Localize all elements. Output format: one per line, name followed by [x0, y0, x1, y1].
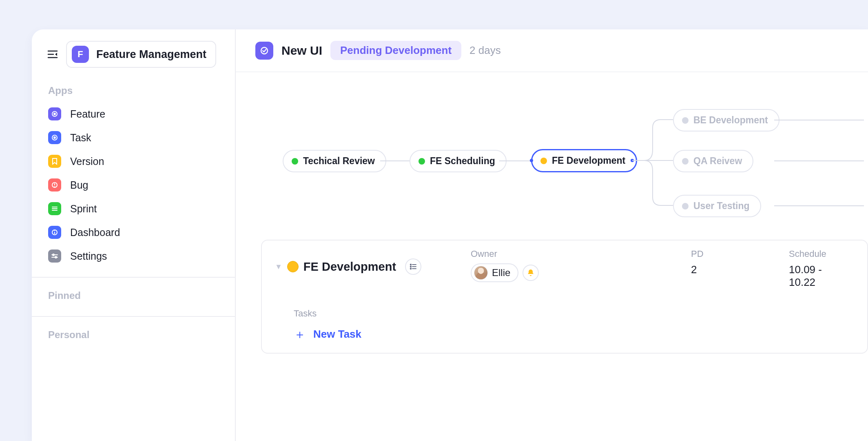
sidebar-item-label: Task	[70, 132, 91, 144]
detail-title-cell: ▼ FE Development	[275, 249, 467, 275]
sidebar-section-pinned: Pinned	[32, 290, 235, 301]
sidebar-item-settings[interactable]: Settings	[48, 244, 235, 268]
bell-icon	[527, 269, 535, 277]
flow-node-technical-review[interactable]: Techical Review	[283, 150, 386, 172]
workspace-icon: F	[72, 46, 89, 63]
sidebar-item-label: Feature	[70, 108, 105, 120]
flow-node-label: Techical Review	[303, 156, 375, 167]
status-badge[interactable]: Pending Development	[330, 41, 461, 60]
flow-node-label: QA Reivew	[693, 156, 742, 167]
status-dot-icon	[418, 158, 425, 165]
flow-node-fe-development[interactable]: FE Development	[531, 149, 637, 172]
port-in	[530, 159, 533, 162]
sidebar: F Feature Management Apps Feature Task	[32, 29, 236, 441]
new-task-label: New Task	[313, 328, 361, 341]
dashboard-icon	[48, 226, 61, 239]
status-dot-icon	[292, 158, 298, 165]
owner-label: Owner	[471, 249, 687, 259]
workspace-selector[interactable]: F Feature Management	[66, 41, 216, 68]
sidebar-section-personal: Personal	[32, 329, 235, 341]
status-dot-icon	[287, 261, 299, 272]
sidebar-item-label: Settings	[70, 250, 107, 262]
tasks-label: Tasks	[294, 308, 851, 319]
sidebar-item-label: Sprint	[70, 203, 97, 215]
flow-node-fe-scheduling[interactable]: FE Scheduling	[410, 150, 507, 172]
connector	[774, 205, 864, 206]
new-task-button[interactable]: ＋ New Task	[294, 328, 851, 341]
sidebar-item-label: Dashboard	[70, 227, 120, 238]
avatar	[474, 266, 488, 280]
notify-button[interactable]	[523, 265, 539, 281]
schedule-column: Schedule 10.09 - 10.22	[789, 249, 851, 289]
detail-header-row: ▼ FE Development Owner Ellie	[262, 241, 867, 298]
collapse-icon	[47, 50, 58, 59]
sidebar-item-version[interactable]: Version	[48, 149, 235, 173]
status-dot-icon	[682, 158, 689, 165]
owner-chip[interactable]: Ellie	[471, 263, 518, 282]
pd-value: 2	[691, 263, 785, 276]
svg-point-25	[410, 268, 411, 269]
main-header: New UI Pending Development 2 days	[236, 29, 868, 72]
task-icon	[48, 131, 61, 144]
svg-point-17	[53, 254, 54, 256]
sidebar-item-label: Bug	[70, 179, 88, 191]
sidebar-top: F Feature Management	[32, 41, 235, 68]
sidebar-nav-list: Feature Task Version Bug	[32, 102, 235, 268]
workflow-diagram: Techical Review FE Scheduling FE Develop…	[236, 72, 868, 240]
sidebar-item-feature[interactable]: Feature	[48, 102, 235, 126]
workspace-name: Feature Management	[96, 48, 206, 61]
divider	[32, 277, 235, 278]
connector	[774, 120, 864, 120]
svg-point-21	[410, 264, 411, 265]
settings-icon	[48, 249, 61, 263]
feature-header-icon	[255, 42, 273, 60]
connector	[380, 160, 410, 161]
svg-point-19	[55, 256, 57, 258]
sidebar-item-label: Version	[70, 156, 104, 167]
app-window: F Feature Management Apps Feature Task	[32, 29, 868, 441]
status-dot-icon	[682, 203, 689, 209]
schedule-label: Schedule	[789, 249, 851, 259]
branch-connector	[632, 117, 673, 207]
sidebar-item-sprint[interactable]: Sprint	[48, 197, 235, 220]
page-title: New UI	[281, 44, 322, 58]
sidebar-item-bug[interactable]: Bug	[48, 173, 235, 197]
plus-icon: ＋	[294, 328, 306, 341]
pd-label: PD	[691, 249, 785, 259]
schedule-value: 10.09 - 10.22	[789, 263, 851, 289]
bug-icon	[48, 178, 61, 192]
svg-point-23	[410, 266, 411, 267]
tasks-section: Tasks ＋ New Task	[262, 298, 867, 353]
sidebar-section-apps: Apps	[32, 85, 235, 96]
owner-row: Ellie	[471, 263, 687, 282]
status-dot-icon	[682, 117, 689, 124]
sidebar-item-dashboard[interactable]: Dashboard	[48, 220, 235, 244]
flow-node-label: FE Development	[552, 155, 625, 166]
divider	[32, 316, 235, 317]
flow-node-label: FE Scheduling	[430, 156, 495, 167]
header-duration: 2 days	[469, 44, 501, 57]
main: New UI Pending Development 2 days Techic…	[236, 29, 868, 441]
flow-node-be-development[interactable]: BE Development	[673, 109, 779, 131]
owner-column: Owner Ellie	[471, 249, 687, 282]
pd-column: PD 2	[691, 249, 785, 276]
port-out	[631, 159, 634, 162]
svg-point-4	[54, 113, 55, 115]
detail-list-button[interactable]	[405, 258, 421, 275]
version-icon	[48, 155, 61, 168]
detail-card: ▼ FE Development Owner Ellie	[261, 240, 868, 354]
flow-node-user-testing[interactable]: User Testing	[673, 195, 761, 217]
status-dot-icon	[540, 158, 547, 164]
svg-point-6	[54, 137, 55, 138]
detail-title: FE Development	[303, 260, 396, 274]
collapse-sidebar-button[interactable]	[46, 48, 59, 60]
flow-node-label: BE Development	[693, 115, 768, 126]
connector	[499, 160, 531, 161]
connector	[774, 160, 864, 161]
sidebar-item-task[interactable]: Task	[48, 126, 235, 149]
chevron-down-icon[interactable]: ▼	[275, 263, 282, 271]
svg-point-9	[54, 186, 55, 187]
flow-node-qa-review[interactable]: QA Reivew	[673, 150, 753, 172]
flow-node-label: User Testing	[693, 200, 750, 212]
svg-point-15	[54, 230, 55, 231]
